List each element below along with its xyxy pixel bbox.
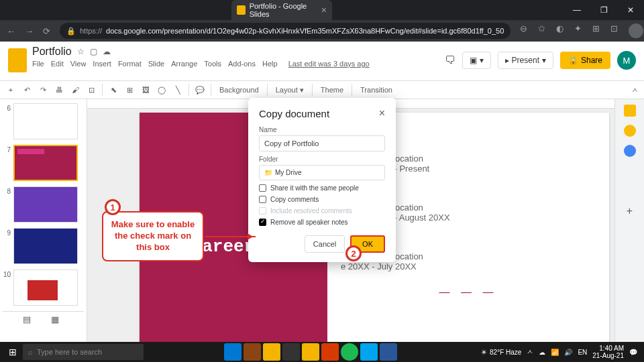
- print-icon[interactable]: 🖶: [54, 84, 64, 95]
- share-button[interactable]: 🔒 Share: [560, 52, 610, 69]
- line-icon[interactable]: ╲: [172, 84, 183, 95]
- paint-format-icon[interactable]: 🖌: [70, 84, 80, 95]
- thumbnail-9[interactable]: [13, 228, 78, 264]
- extension-icon[interactable]: ◐: [556, 23, 564, 38]
- lock-icon: 🔒: [66, 27, 76, 36]
- name-input[interactable]: [259, 135, 385, 152]
- copy-document-dialog: Copy document × Name Folder 📁 My Drive S…: [248, 98, 396, 262]
- collections-icon[interactable]: ⊞: [592, 23, 600, 38]
- thumbnail-panel: 6 7 8 9 10 ▤ ▦: [0, 99, 87, 342]
- cancel-button[interactable]: Cancel: [305, 235, 345, 253]
- share-checkbox[interactable]: [259, 184, 266, 192]
- toolbar: + ↶ ↷ 🖶 🖌 ⊡ ⬉ ⊞ 🖼 ◯ ╲ 💬 Background Layou…: [0, 80, 644, 99]
- taskbar-app-spotify[interactable]: [341, 343, 358, 361]
- slideshow-dropdown[interactable]: ▣ ▾: [462, 52, 490, 69]
- comments-checkbox[interactable]: [259, 196, 266, 203]
- filmstrip-view-icon[interactable]: ▤: [23, 314, 31, 324]
- nav-reload-icon[interactable]: ⟳: [43, 26, 50, 36]
- tray-volume-icon[interactable]: 🔊: [564, 349, 572, 356]
- dialog-close-icon[interactable]: ×: [379, 107, 385, 119]
- menu-help[interactable]: Help: [262, 60, 278, 68]
- weather-widget[interactable]: ☀ 82°F Haze: [481, 349, 521, 356]
- extensions-icon[interactable]: ✦: [574, 23, 582, 38]
- tray-notifications-icon[interactable]: 💬: [629, 349, 637, 356]
- menu-tools[interactable]: Tools: [204, 60, 221, 68]
- tray-chevron-icon[interactable]: ㅅ: [527, 347, 533, 357]
- menu-arrange[interactable]: Arrange: [171, 60, 197, 68]
- star-icon[interactable]: ☆: [77, 47, 85, 56]
- folder-picker[interactable]: 📁 My Drive: [259, 165, 385, 180]
- calendar-icon[interactable]: [624, 105, 636, 117]
- thumbnail-7[interactable]: [13, 145, 78, 181]
- theme-button[interactable]: Theme: [318, 84, 346, 95]
- sync-icon[interactable]: ⊡: [610, 23, 618, 38]
- present-button[interactable]: ▸ Present ▾: [498, 52, 553, 69]
- taskbar-app-word[interactable]: [380, 343, 397, 361]
- redo-icon[interactable]: ↷: [38, 84, 48, 95]
- tray-cloud-icon[interactable]: ☁: [539, 349, 545, 356]
- image-icon[interactable]: 🖼: [140, 84, 151, 95]
- document-title[interactable]: Portfolio: [32, 46, 72, 58]
- tasks-icon[interactable]: [624, 145, 636, 157]
- cloud-status-icon[interactable]: ☁: [103, 47, 111, 56]
- taskbar-app-8[interactable]: [360, 343, 378, 361]
- taskbar-app-files[interactable]: [263, 343, 280, 361]
- side-panel: +: [614, 99, 644, 342]
- keep-icon[interactable]: [624, 125, 636, 137]
- nav-forward-icon[interactable]: →: [25, 26, 34, 36]
- profile-avatar[interactable]: [629, 23, 643, 38]
- account-avatar[interactable]: M: [617, 51, 636, 70]
- menu-format[interactable]: Format: [118, 60, 142, 68]
- menubar: File Edit View Insert Format Slide Arran…: [32, 60, 439, 68]
- taskbar-app-edge[interactable]: [224, 343, 241, 361]
- taskbar-app-office[interactable]: [321, 343, 339, 361]
- move-icon[interactable]: ▢: [90, 47, 97, 56]
- remove-notes-checkbox[interactable]: [259, 219, 266, 226]
- comment-icon[interactable]: 💬: [195, 84, 205, 95]
- browser-addressbar: ← → ⟳ 🔒 https://docs.google.com/presenta…: [0, 20, 644, 42]
- textbox-icon[interactable]: ⊞: [124, 84, 135, 95]
- layout-button[interactable]: Layout ▾: [273, 84, 307, 96]
- tray-language-icon[interactable]: EN: [578, 349, 587, 356]
- undo-icon[interactable]: ↶: [21, 84, 32, 95]
- thumbnail-6[interactable]: [13, 103, 78, 139]
- zoom-icon[interactable]: ⊖: [520, 23, 527, 38]
- tab-close-icon[interactable]: ×: [321, 5, 327, 15]
- tab-title: Portfolio - Google Slides: [250, 2, 321, 18]
- hide-menus-icon[interactable]: ㅅ: [631, 85, 639, 95]
- url-input[interactable]: 🔒 https://docs.google.com/presentation/d…: [60, 23, 511, 39]
- menu-addons[interactable]: Add-ons: [228, 60, 256, 68]
- add-addon-icon[interactable]: +: [627, 205, 633, 217]
- taskbar-search[interactable]: ⌕ Type here to search: [23, 344, 144, 360]
- comments-icon[interactable]: 🗨: [445, 54, 455, 66]
- menu-edit[interactable]: Edit: [51, 60, 64, 68]
- window-maximize[interactable]: ❐: [590, 0, 617, 20]
- tray-clock[interactable]: 1:40 AM 21-Aug-21: [592, 345, 624, 359]
- transition-button[interactable]: Transition: [358, 84, 395, 95]
- grid-view-icon[interactable]: ▦: [51, 314, 59, 324]
- taskbar-app-settings[interactable]: [282, 343, 300, 361]
- menu-slide[interactable]: Slide: [148, 60, 164, 68]
- window-minimize[interactable]: —: [564, 0, 590, 20]
- background-button[interactable]: Background: [217, 84, 262, 95]
- menu-insert[interactable]: Insert: [93, 60, 111, 68]
- menu-file[interactable]: File: [32, 60, 44, 68]
- taskbar-app-5[interactable]: [302, 343, 319, 361]
- select-tool-icon[interactable]: ⬉: [108, 84, 119, 95]
- thumbnail-10[interactable]: [13, 269, 78, 306]
- shape-icon[interactable]: ◯: [156, 84, 167, 95]
- slides-logo-icon[interactable]: [8, 48, 27, 72]
- url-text: docs.google.com/presentation/d/1O2eg4w02…: [106, 27, 504, 35]
- taskbar-app-2[interactable]: [244, 343, 261, 361]
- thumbnail-8[interactable]: [13, 186, 78, 223]
- new-slide-icon[interactable]: +: [5, 84, 16, 95]
- tray-wifi-icon[interactable]: 📶: [551, 349, 559, 356]
- menu-view[interactable]: View: [70, 60, 87, 68]
- browser-tab[interactable]: Portfolio - Google Slides ×: [231, 0, 332, 20]
- start-button[interactable]: ⊞: [3, 342, 23, 362]
- favorite-icon[interactable]: ✩: [538, 23, 545, 38]
- nav-back-icon[interactable]: ←: [7, 26, 15, 36]
- last-edit-link[interactable]: Last edit was 3 days ago: [288, 60, 370, 68]
- zoom-fit-icon[interactable]: ⊡: [86, 84, 97, 95]
- window-close[interactable]: ✕: [617, 0, 644, 20]
